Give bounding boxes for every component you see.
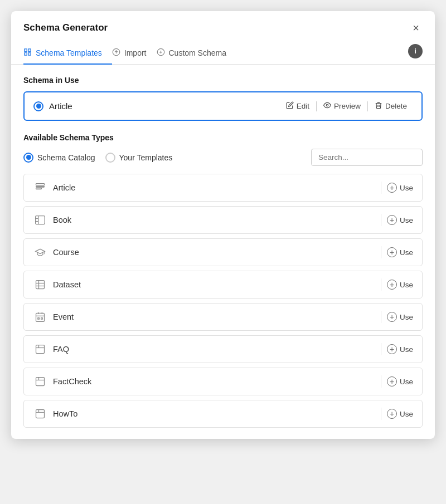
trash-icon bbox=[375, 101, 382, 111]
item-divider bbox=[381, 214, 381, 226]
preview-label: Preview bbox=[334, 102, 361, 110]
faq-icon bbox=[33, 344, 47, 355]
use-plus-icon: + bbox=[387, 280, 397, 290]
use-button[interactable]: + Use bbox=[387, 409, 413, 419]
item-divider bbox=[381, 343, 381, 355]
tab-schema-templates-label: Schema Templates bbox=[36, 48, 102, 57]
svg-rect-26 bbox=[41, 318, 43, 320]
item-divider bbox=[381, 182, 381, 194]
svg-rect-21 bbox=[36, 313, 45, 321]
preview-button[interactable]: Preview bbox=[318, 99, 366, 113]
svg-rect-10 bbox=[36, 184, 45, 185]
radio-your-templates[interactable]: Your Templates bbox=[105, 153, 173, 163]
svg-rect-11 bbox=[36, 187, 45, 188]
item-name: HowTo bbox=[53, 409, 375, 418]
upload-icon bbox=[112, 48, 120, 58]
list-item[interactable]: Course + Use bbox=[23, 238, 423, 266]
use-plus-icon: + bbox=[387, 183, 397, 193]
use-label: Use bbox=[400, 184, 413, 192]
eye-icon bbox=[323, 101, 331, 111]
tab-import-label: Import bbox=[124, 48, 147, 57]
item-name: FAQ bbox=[53, 345, 375, 354]
schema-in-use-card: Article Edit Preview bbox=[23, 91, 423, 121]
use-plus-icon: + bbox=[387, 409, 397, 419]
use-plus-icon: + bbox=[387, 215, 397, 225]
svg-point-9 bbox=[326, 104, 328, 106]
divider-2 bbox=[367, 101, 368, 111]
modal-header: Schema Generator × bbox=[11, 11, 435, 35]
item-divider bbox=[381, 375, 381, 388]
radio-templates-label: Your Templates bbox=[119, 153, 173, 162]
delete-label: Delete bbox=[385, 102, 407, 110]
item-name: Course bbox=[53, 248, 375, 257]
radio-catalog-label: Schema Catalog bbox=[37, 153, 95, 162]
available-schema-label: Available Schema Types bbox=[23, 133, 423, 142]
list-item[interactable]: FAQ + Use bbox=[23, 335, 423, 363]
svg-rect-1 bbox=[28, 49, 31, 51]
list-item[interactable]: Article + Use bbox=[23, 174, 423, 202]
schema-list: Article + Use Book + Use bbox=[23, 174, 423, 428]
svg-rect-17 bbox=[36, 281, 45, 289]
edit-button[interactable]: Edit bbox=[280, 99, 315, 113]
use-label: Use bbox=[400, 410, 413, 418]
modal-content: Schema in Use Article Edit Preview bbox=[11, 65, 435, 439]
svg-rect-12 bbox=[36, 188, 42, 189]
use-label: Use bbox=[400, 378, 413, 386]
list-item[interactable]: Dataset + Use bbox=[23, 271, 423, 299]
modal-title: Schema Generator bbox=[23, 22, 108, 33]
list-item[interactable]: Book + Use bbox=[23, 206, 423, 234]
use-button[interactable]: + Use bbox=[387, 344, 413, 354]
schema-in-use-name: Article bbox=[49, 101, 280, 111]
list-item[interactable]: HowTo + Use bbox=[23, 400, 423, 428]
event-icon bbox=[33, 311, 47, 322]
item-divider bbox=[381, 311, 381, 323]
use-button[interactable]: + Use bbox=[387, 312, 413, 322]
tab-custom-schema[interactable]: Custom Schema bbox=[157, 42, 236, 65]
tab-schema-templates[interactable]: Schema Templates bbox=[23, 42, 112, 65]
use-plus-icon: + bbox=[387, 376, 397, 386]
use-button[interactable]: + Use bbox=[387, 215, 413, 225]
available-schema-section: Available Schema Types Schema Catalog Yo… bbox=[23, 133, 423, 166]
item-name: Event bbox=[53, 312, 375, 321]
use-button[interactable]: + Use bbox=[387, 280, 413, 290]
card-actions: Edit Preview Delete bbox=[280, 99, 413, 113]
use-label: Use bbox=[400, 345, 413, 354]
tab-custom-schema-label: Custom Schema bbox=[169, 48, 226, 57]
divider-1 bbox=[316, 101, 317, 111]
use-label: Use bbox=[400, 216, 413, 224]
available-filter-row: Schema Catalog Your Templates bbox=[23, 149, 423, 166]
list-item[interactable]: Event + Use bbox=[23, 303, 423, 331]
edit-label: Edit bbox=[297, 102, 309, 110]
item-divider bbox=[381, 408, 381, 420]
radio-group: Schema Catalog Your Templates bbox=[23, 153, 172, 163]
use-button[interactable]: + Use bbox=[387, 183, 413, 193]
tab-import[interactable]: Import bbox=[112, 42, 157, 65]
info-button[interactable]: i bbox=[408, 44, 423, 58]
svg-rect-25 bbox=[38, 318, 40, 320]
radio-selected-indicator bbox=[33, 101, 43, 111]
use-button[interactable]: + Use bbox=[387, 376, 413, 386]
svg-rect-27 bbox=[36, 345, 45, 354]
item-divider bbox=[381, 246, 381, 258]
search-input[interactable] bbox=[311, 149, 423, 166]
article-icon bbox=[33, 182, 47, 193]
dataset-icon bbox=[33, 279, 47, 290]
svg-rect-0 bbox=[25, 49, 27, 51]
close-button[interactable]: × bbox=[409, 21, 423, 35]
use-button[interactable]: + Use bbox=[387, 247, 413, 257]
radio-catalog-indicator bbox=[23, 153, 33, 163]
svg-rect-13 bbox=[36, 216, 45, 224]
schema-in-use-label: Schema in Use bbox=[23, 76, 423, 85]
edit-icon bbox=[286, 101, 294, 111]
use-plus-icon: + bbox=[387, 247, 397, 257]
radio-schema-catalog[interactable]: Schema Catalog bbox=[23, 153, 95, 163]
svg-rect-2 bbox=[25, 53, 27, 55]
item-name: FactCheck bbox=[53, 377, 375, 386]
tabs-bar: Schema Templates Import Custom Schema i bbox=[11, 42, 435, 65]
list-item[interactable]: FactCheck + Use bbox=[23, 368, 423, 395]
svg-rect-33 bbox=[36, 410, 45, 418]
use-plus-icon: + bbox=[387, 344, 397, 354]
svg-rect-30 bbox=[36, 378, 45, 386]
delete-button[interactable]: Delete bbox=[369, 99, 413, 113]
howto-icon bbox=[33, 408, 47, 419]
